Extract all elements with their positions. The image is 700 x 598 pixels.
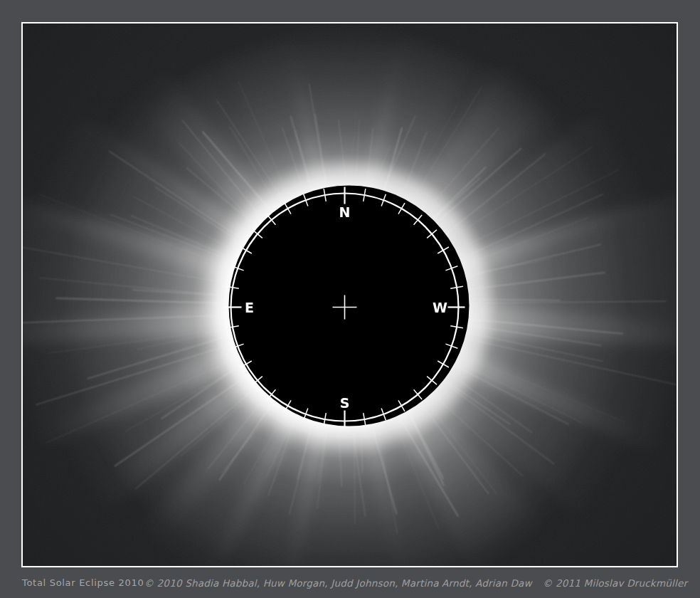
- eclipse-image-frame: N E W S: [21, 22, 678, 567]
- image-credits: © 2010 Shadia Habbal, Huw Morgan, Judd J…: [144, 577, 687, 589]
- image-title: Total Solar Eclipse 2010: [22, 577, 144, 588]
- eclipse-photo: N E W S: [23, 23, 677, 566]
- credit-processing: © 2011 Miloslav Druckmüller: [543, 577, 687, 589]
- credit-observers: © 2010 Shadia Habbal, Huw Morgan, Judd J…: [144, 577, 531, 589]
- caption-bar: Total Solar Eclipse 2010 © 2010 Shadia H…: [0, 567, 700, 598]
- compass-label-west: W: [433, 300, 447, 315]
- compass-label-north: N: [339, 204, 351, 220]
- compass-label-east: E: [245, 300, 254, 315]
- compass-label-south: S: [340, 395, 350, 411]
